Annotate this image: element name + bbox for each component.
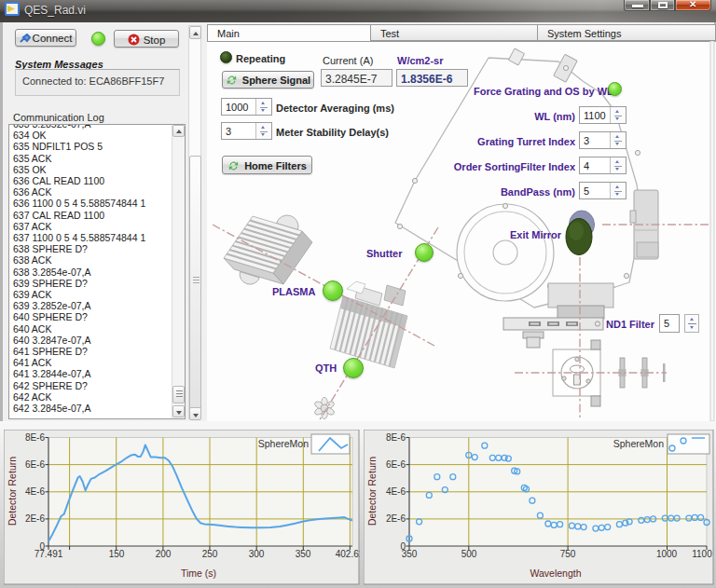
svg-text:77.491: 77.491 bbox=[34, 549, 63, 559]
svg-text:SphereMon: SphereMon bbox=[613, 438, 664, 449]
svg-text:350: 350 bbox=[296, 549, 311, 559]
svg-text:2E-6: 2E-6 bbox=[386, 513, 406, 524]
svg-text:0: 0 bbox=[39, 541, 45, 552]
svg-text:6E-6: 6E-6 bbox=[386, 459, 406, 470]
svg-text:6E-6: 6E-6 bbox=[25, 459, 46, 470]
svg-text:Detector Return: Detector Return bbox=[366, 457, 378, 526]
svg-text:150: 150 bbox=[109, 549, 125, 559]
svg-text:1000: 1000 bbox=[656, 549, 678, 559]
svg-text:250: 250 bbox=[202, 549, 218, 559]
svg-text:750: 750 bbox=[560, 549, 576, 559]
svg-text:300: 300 bbox=[249, 549, 265, 559]
svg-text:402.61: 402.61 bbox=[336, 549, 360, 559]
svg-text:8E-6: 8E-6 bbox=[386, 432, 406, 443]
svg-text:Detector Return: Detector Return bbox=[7, 457, 18, 526]
svg-text:0: 0 bbox=[400, 541, 406, 552]
svg-text:2E-6: 2E-6 bbox=[25, 513, 46, 524]
svg-text:4E-6: 4E-6 bbox=[386, 486, 406, 497]
svg-text:Wavelength: Wavelength bbox=[530, 567, 581, 579]
svg-text:8E-6: 8E-6 bbox=[25, 432, 46, 443]
svg-text:500: 500 bbox=[461, 549, 477, 559]
svg-text:SphereMon: SphereMon bbox=[258, 438, 309, 449]
svg-text:1100: 1100 bbox=[692, 549, 712, 559]
svg-text:200: 200 bbox=[156, 549, 172, 559]
svg-text:Time (s): Time (s) bbox=[181, 567, 216, 579]
svg-text:4E-6: 4E-6 bbox=[25, 486, 46, 497]
